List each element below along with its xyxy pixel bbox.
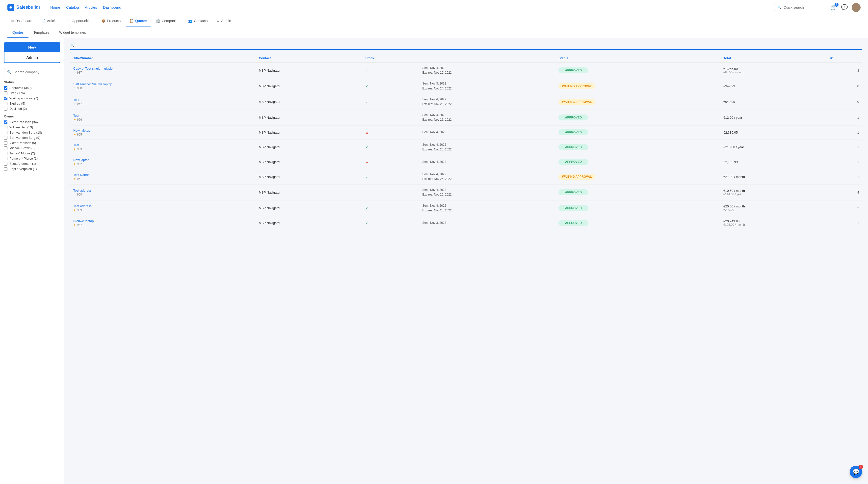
sent-date: Sent: Nov 3, 2022 <box>423 81 553 86</box>
stock-check-icon: ✓ <box>366 175 368 179</box>
admin-button[interactable]: Admin <box>4 52 60 63</box>
nav-item-products[interactable]: 📦 Products <box>98 15 124 27</box>
chat-bubble[interactable]: 💬 1 <box>850 466 862 478</box>
nav-dashboard[interactable]: Dashboard <box>103 5 121 9</box>
global-search-bar[interactable]: 🔍 <box>774 4 827 11</box>
td-status: APPROVED <box>555 216 720 230</box>
table-row[interactable]: New lalptop ★ 965 MSP Navigator ▲ Sent: … <box>70 125 862 139</box>
table-row[interactable]: Copy of Test single-multiple... ☆ 937 MS… <box>70 63 862 78</box>
nav-item-articles[interactable]: 📄 Articles <box>38 15 62 27</box>
owner-michael[interactable]: Michael Brown (3) <box>4 146 60 150</box>
star-icon: ★ <box>73 118 76 121</box>
quote-number: ★ 965 <box>73 133 253 136</box>
sent-date: Sent: Nov 4, 2022 <box>423 113 553 117</box>
main-layout: New Admin 🔍 Status Approved (340) Draft … <box>0 38 868 484</box>
content-search-bar[interactable]: 🔍 <box>70 43 862 50</box>
tab-widget-templates[interactable]: Widget templates <box>54 27 91 38</box>
new-button[interactable]: New <box>4 42 60 52</box>
content-area: 🔍 Title/Number Contact Stock Status Tota… <box>64 38 868 484</box>
quote-title-link[interactable]: Test address <box>73 189 253 192</box>
sent-date: Sent: Nov 4, 2022 <box>423 97 553 102</box>
owner-scott[interactable]: Scott Anderson (1) <box>4 162 60 166</box>
table-header: Title/Number Contact Stock Status Total … <box>70 54 862 63</box>
nav-home[interactable]: Home <box>50 5 60 9</box>
owner-pamela[interactable]: Pamela** Pierce (1) <box>4 156 60 160</box>
td-contact: MSP Navigator <box>256 216 362 230</box>
total-price: €10.50 / month <box>723 189 824 193</box>
owner-james[interactable]: James* Moore (2) <box>4 151 60 155</box>
nav-item-opportunities[interactable]: ✓ Opportunities <box>64 15 96 27</box>
table-row[interactable]: Self service: Nieuwe laptop ☆ 958 MSP Na… <box>70 78 862 94</box>
td-title: Test ★ 963 <box>70 139 256 155</box>
contact-name: MSP Navigator <box>259 160 280 164</box>
top-nav: Salesbuildr Home Catalog Articles Dashbo… <box>0 0 868 15</box>
quote-title-link[interactable]: Test <box>73 98 253 102</box>
status-draft[interactable]: Draft (176) <box>4 91 60 95</box>
owner-bart-9[interactable]: Bart van den Burg (9) <box>4 136 60 140</box>
status-expired[interactable]: Expired (5) <box>4 102 60 105</box>
expires-date: Expires: Nov 25, 2022 <box>423 70 553 75</box>
contact-name: MSP Navigator <box>259 221 280 225</box>
td-status: APPROVED <box>555 200 720 216</box>
dashboard-icon: ⊞ <box>11 19 14 23</box>
table-row[interactable]: Test address ★ 959 MSP Navigator ✓ Sent:… <box>70 200 862 216</box>
quote-title-link[interactable]: Test Nando <box>73 173 253 177</box>
nav-item-companies[interactable]: 🏢 Companies <box>153 15 183 27</box>
table-row[interactable]: Test ★ 966 MSP Navigator Sent: Nov 4, 20… <box>70 110 862 125</box>
table-row[interactable]: Test ★ 963 MSP Navigator ✓ Sent: Nov 4, … <box>70 139 862 155</box>
star-icon: ★ <box>73 133 76 136</box>
nav-item-dashboard[interactable]: ⊞ Dashboard <box>7 15 36 27</box>
col-icon[interactable]: 👁 <box>827 54 862 63</box>
owner-pepijn[interactable]: Pepijn Verpalen (1) <box>4 167 60 171</box>
quote-title-link[interactable]: Self service: Nieuwe laptop <box>73 82 253 86</box>
expires-date: Expires: Nov 25, 2022 <box>423 177 553 181</box>
table-row[interactable]: Test Nando ★ 961 MSP Navigator ✓ Sent: N… <box>70 169 862 184</box>
td-title: Test ☆ 967 <box>70 94 256 110</box>
quote-title-link[interactable]: New lalptop <box>73 129 253 132</box>
nav-item-quotes[interactable]: 📋 Quotes <box>126 15 151 27</box>
contacts-icon: 👥 <box>188 19 192 23</box>
tab-quotes[interactable]: Quotes <box>7 27 29 38</box>
owner-bart-18[interactable]: Bart van den Burg (18) <box>4 131 60 134</box>
status-waiting[interactable]: Waiting approval (7) <box>4 96 60 100</box>
global-search-input[interactable] <box>783 5 823 9</box>
owner-william[interactable]: William Beh (53) <box>4 125 60 129</box>
quote-title-link[interactable]: Test <box>73 143 253 147</box>
tab-templates-label: Templates <box>33 30 49 34</box>
logo[interactable]: Salesbuildr <box>7 4 40 11</box>
table-row[interactable]: New laptop ★ 962 MSP Navigator ▲ Sent: N… <box>70 155 862 169</box>
search-company-input[interactable] <box>13 70 57 74</box>
owner-victor-347[interactable]: Victor Raessen (347) <box>4 120 60 124</box>
td-stock <box>363 184 420 200</box>
content-search-input[interactable] <box>76 43 862 47</box>
nav-item-admin[interactable]: ⚙ Admin <box>213 15 235 27</box>
user-avatar[interactable] <box>851 3 861 12</box>
nav-articles[interactable]: Articles <box>85 5 97 9</box>
star-icon: ★ <box>73 162 76 166</box>
quote-title-link[interactable]: Nieuwe laptop <box>73 219 253 223</box>
tab-quotes-label: Quotes <box>12 30 24 34</box>
table-row[interactable]: Test address ☆ 960 MSP Navigator Sent: N… <box>70 184 862 200</box>
table-row[interactable]: Nieuwe laptop ★ 957 MSP Navigator ✓ Sent… <box>70 216 862 230</box>
nav-catalog[interactable]: Catalog <box>66 5 79 9</box>
owner-victor-5[interactable]: Victor Raessen (5) <box>4 141 60 145</box>
quote-title-link[interactable]: Test <box>73 114 253 117</box>
search-company-bar[interactable]: 🔍 <box>4 68 60 76</box>
star-icon: ☆ <box>73 102 76 106</box>
td-status: APPROVED <box>555 139 720 155</box>
td-dates: Sent: Nov 3, 2022 <box>420 216 556 230</box>
quote-title-link[interactable]: Copy of Test single-multiple... <box>73 67 253 70</box>
status-badge: APPROVED <box>558 189 588 195</box>
help-button[interactable]: 💬 <box>841 4 848 11</box>
status-declined[interactable]: Declined (2) <box>4 107 60 111</box>
quote-title-link[interactable]: Test address <box>73 204 253 208</box>
tab-templates[interactable]: Templates <box>29 27 54 38</box>
logo-icon <box>7 4 14 11</box>
nav-item-contacts[interactable]: 👥 Contacts <box>185 15 211 27</box>
table-row[interactable]: Test ☆ 967 MSP Navigator ✓ Sent: Nov 4, … <box>70 94 862 110</box>
nav-label-products: Products <box>107 19 121 23</box>
status-approved[interactable]: Approved (340) <box>4 86 60 90</box>
quote-title-link[interactable]: New laptop <box>73 158 253 162</box>
cart-button[interactable]: 🛒 3 <box>830 4 837 11</box>
td-title: New lalptop ★ 965 <box>70 125 256 139</box>
